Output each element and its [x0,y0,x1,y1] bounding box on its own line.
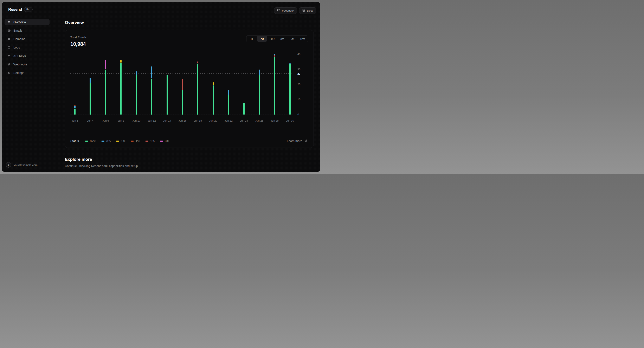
legend-percent: 1% [136,139,140,143]
bar-segment-jun-22-delivered-green [228,95,229,114]
sidebar-item-overview[interactable]: Overview [4,19,50,25]
learn-more-link[interactable]: Learn more [287,134,308,148]
feedback-label: Feedback [282,9,294,12]
sidebar-item-domains[interactable]: Domains [4,36,50,42]
user-row[interactable]: Y you@example.com ⋯ [4,162,50,168]
x-label-jun-26: Jun 26 [252,119,267,122]
plan-badge: Pro [24,7,32,12]
y-tick-average: 27 [298,72,310,75]
app-window: Resend Pro OverviewEmailsDomainsLogsAPI … [2,2,320,172]
arrows-up-down-icon [8,63,11,66]
legend-title: Status [70,139,79,143]
range-option-12m[interactable]: 12M [298,36,308,42]
docs-label: Docs [307,9,313,12]
bar-segment-jun-26-delivered-green [259,75,260,114]
x-label-jun-6: Jun 6 [98,119,114,122]
bar-segment-jun-28-red [274,55,275,56]
legend-swatch [160,140,163,142]
range-option-7d[interactable]: 7D [257,36,267,42]
x-label-jun-14: Jun 14 [159,119,175,122]
emails-bar-chart [70,47,293,114]
legend-swatch [116,140,119,142]
legend-swatch [145,140,148,142]
chat-bubble-icon [277,9,280,12]
x-label-jun-22: Jun 22 [221,119,236,122]
bar-segment-jun-6-magenta [105,60,106,69]
legend-item-4: 1% [145,139,154,143]
sidebar-item-label: API Keys [14,54,26,58]
bar-segment-jun-24-delivered-green [243,103,244,114]
legend-swatch [85,140,88,142]
x-label-jun-18: Jun 18 [190,119,206,122]
explore-more-title: Explore more [65,157,92,162]
legend-swatch [101,140,104,142]
sidebar-item-label: Logs [14,46,20,49]
bar-segment-jun-16-red [182,79,183,90]
topbar: Feedback Docs [274,8,316,14]
x-label-jun-8: Jun 8 [113,119,129,122]
sidebar-item-label: Overview [14,20,26,24]
logo-row: Resend Pro [4,6,50,12]
ellipsis-icon[interactable]: ⋯ [43,163,50,167]
y-tick-20: 20 [298,83,310,86]
feedback-button[interactable]: Feedback [274,8,297,14]
sidebar-item-label: Domains [14,37,25,41]
legend-percent: 1% [121,139,125,143]
x-label-jun-1: Jun 1 [67,119,83,122]
bar-segment-jun-1-orange-dotted [74,105,76,106]
sidebar-item-label: Webhooks [14,63,28,66]
avatar: Y [6,162,11,168]
bar-segment-jun-16-delivered-green [182,90,183,114]
legend-item-5: 3% [160,139,169,143]
bar-segment-jun-1-blue [74,106,76,108]
x-label-jun-30: Jun 30 [282,119,298,122]
bar-segment-jun-30-delivered-green [290,64,291,114]
bar-segment-jun-20-delivered-green [212,86,214,114]
range-option-30d[interactable]: 30D [267,36,277,42]
explore-more-subtitle: Continue unlocking Resend’s full capabil… [65,164,138,168]
sidebar-item-api-keys[interactable]: API Keys [4,53,50,59]
legend-item-0: 87% [85,139,96,143]
sidebar-item-logs[interactable]: Logs [4,44,50,50]
legend-percent: 1% [150,139,154,143]
legend-percent: 3% [165,139,169,143]
lock-icon [8,54,11,58]
legend-percent: 87% [90,139,96,143]
bar-segment-jun-8-yellow [120,60,122,62]
x-axis-line [70,114,293,115]
metric-value: 10,984 [70,41,86,47]
metric-label: Total Emails [70,36,86,39]
bar-segment-jun-28-delivered-green [274,57,275,114]
bar-segment-jun-4-delivered-green [90,83,91,114]
overview-card: Total Emails 10,984 D7D30D3M6M12M 010203… [65,30,314,148]
x-label-jun-16: Jun 16 [174,119,190,122]
sidebar-item-settings[interactable]: Settings [4,70,50,76]
home-icon [8,20,11,24]
y-tick-40: 40 [298,53,310,56]
sidebar-item-emails[interactable]: Emails [4,28,50,34]
main-content: Feedback Docs Overview Total Emails 10,9… [52,2,320,172]
sidebar-item-webhooks[interactable]: Webhooks [4,61,50,68]
docs-button[interactable]: Docs [299,8,316,14]
page-title: Overview [65,20,84,25]
range-option-3m[interactable]: 3M [277,36,287,42]
x-label-jun-12: Jun 12 [144,119,160,122]
legend-item-3: 1% [131,139,140,143]
range-option-6m[interactable]: 6M [287,36,298,42]
globe-icon [8,37,11,41]
bar-segment-jun-18-red [197,62,198,63]
legend-percent: 3% [106,139,111,143]
bar-segment-jun-1-delivered-green [74,108,76,114]
bar-segment-jun-4-blue [90,78,91,83]
bar-segment-jun-8-delivered-green [120,63,122,114]
range-option-d[interactable]: D [247,36,257,42]
y-tick-0: 0 [298,113,310,116]
x-label-jun-4: Jun 4 [82,119,98,122]
bar-segment-jun-30-blue [290,63,291,64]
sidebar-item-label: Emails [14,29,22,32]
bar-segment-jun-10-delivered-green [136,75,137,114]
brand-logo: Resend [8,7,22,12]
bar-segment-jun-14-delivered-green [166,75,168,114]
bar-segment-jun-6-delivered-green [105,70,106,114]
x-label-jun-28: Jun 28 [267,119,282,122]
